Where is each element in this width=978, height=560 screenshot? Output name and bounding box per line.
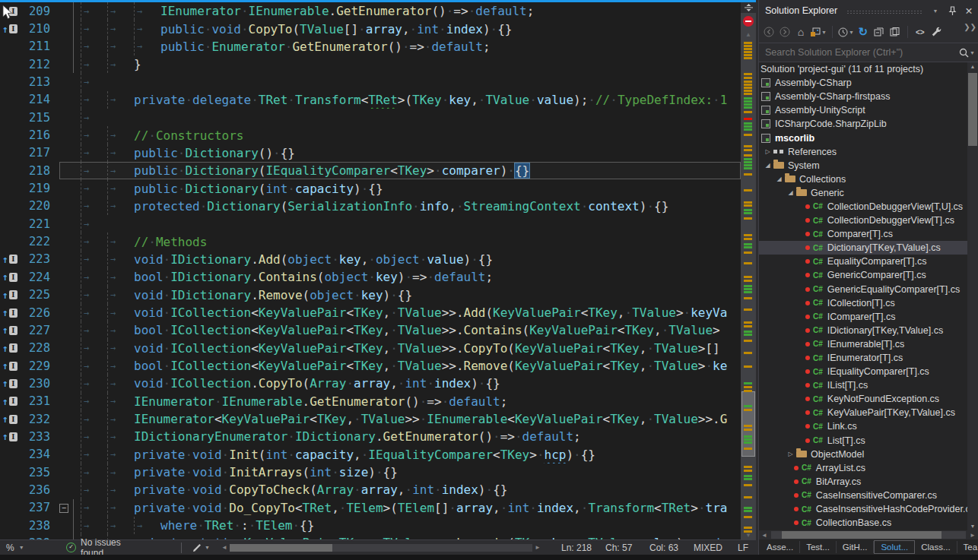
tree-item[interactable]: Solution 'project-gui' (11 of 11 project… [759,62,967,76]
scrollbar-track[interactable] [771,531,966,539]
code-line-218[interactable]: 218→→public·Dictionary(IEqualityComparer… [0,162,741,179]
editor-horizontal-scrollbar[interactable]: ◄ ► [219,544,543,552]
line-number[interactable]: 221 [20,217,58,231]
fold-margin[interactable]: − [58,499,73,517]
tree-item[interactable]: C#IList[T].cs [759,378,967,392]
code-line-223[interactable]: ↑I223→→void·IDictionary.Add(object·key,·… [0,251,741,268]
interface-implementation-icon[interactable]: ↑I [0,340,20,357]
scrollbar-thumb[interactable] [230,544,332,552]
code-line-224[interactable]: ↑I224→→bool·IDictionary.Contains(object·… [0,268,741,286]
code-text[interactable]: →→public·Dictionary(IEqualityComparer<TK… [73,162,741,179]
tree-item[interactable]: C#GenericComparer[T].cs [759,268,967,282]
code-line-211[interactable]: 211→→→public·Enumerator·GetEnumerator()·… [0,38,741,55]
panel-tab-test[interactable]: Test... [800,541,837,553]
tree-item[interactable]: C#CollectionBase.cs [759,516,967,530]
line-number[interactable]: 224 [20,271,58,284]
code-text[interactable]: →→IEnumerator·IEnumerable.GetEnumerator(… [73,393,741,410]
interface-implementation-icon[interactable]: ↑I [0,268,20,286]
scrollbar-thumb[interactable] [968,73,977,146]
interface-implementation-icon[interactable]: ↑I [0,428,20,445]
code-line-220[interactable]: 220→→protected·Dictionary(SerializationI… [0,198,741,215]
interface-implementation-icon[interactable]: ↑I [0,251,20,268]
line-number[interactable]: 222 [20,235,58,248]
code-text[interactable]: →→void·IDictionary.Add(object·key,·objec… [73,251,741,268]
code-line-219[interactable]: 219→→public·Dictionary(int·capacity)·{} [0,179,741,197]
tree-item[interactable]: C#CaseInsensitiveComparer.cs [759,489,967,502]
collapse-all-button[interactable] [872,24,886,40]
scrollbar-track[interactable] [230,544,532,552]
chevron-down-icon[interactable]: ▼ [970,50,975,55]
code-text[interactable]: →→→where·TRet·:·TElem·{} [73,517,741,534]
tree-item[interactable]: C#CollectionDebuggerView[T,U].cs [759,200,967,214]
tree-item-selected[interactable]: C#Dictionary[TKey,TValue].cs [759,241,967,255]
editor-vertical-scrollbar[interactable]: ▲ ▼ [741,2,756,539]
line-number[interactable]: 211 [20,40,58,53]
tree-item[interactable]: Assembly-CSharp [759,76,967,90]
panel-tab-asse[interactable]: Asse... [760,541,800,553]
interface-implementation-icon[interactable]: ↑I [0,321,20,339]
status-column[interactable]: Col: 63 [649,543,691,553]
tree-item[interactable]: C#ArrayList.cs [759,461,967,475]
tree-item[interactable]: ◢Generic [759,186,967,200]
tree-horizontal-scrollbar[interactable]: ◄ ► [759,530,978,539]
line-number[interactable]: 212 [20,58,58,71]
scroll-up-arrow[interactable]: ▲ [967,64,978,69]
code-text[interactable]: →→} [73,55,741,73]
interface-implementation-icon[interactable]: ↑I [0,410,20,428]
interface-implementation-icon[interactable]: ↑I [0,2,20,20]
code-text[interactable]: → [73,73,741,90]
zoom-control[interactable]: % ▼ [0,543,34,553]
interface-implementation-icon[interactable]: ↑I [0,393,20,410]
scroll-left-arrow[interactable]: ◄ [759,532,770,539]
tree-item[interactable]: Assembly-CSharp-firstpass [759,90,967,103]
status-eol[interactable]: LF [738,543,753,553]
expander-open-icon[interactable]: ◢ [763,162,773,169]
tree-item[interactable]: C#IEnumerator[T].cs [759,351,967,365]
line-number[interactable]: 234 [20,448,58,461]
code-text[interactable]: →→void·ICollection<KeyValuePair<TKey,·TV… [73,304,741,321]
tree-item[interactable]: Assembly-UnityScript [759,103,967,117]
collapse-region-icon[interactable]: − [59,504,68,513]
code-line-238[interactable]: 238→→→where·TRet·:·TElem·{} [0,517,741,534]
tree-item[interactable]: C#Comparer[T].cs [759,227,967,241]
code-text[interactable]: →→→IEnumerator·IEnumerable.GetEnumerator… [73,2,741,20]
tree-item[interactable]: C#IEnumerable[T].cs [759,337,967,351]
panel-tab-gith[interactable]: GitH... [837,541,875,553]
line-number[interactable]: 220 [20,199,58,213]
code-line-212[interactable]: 212→→} [0,55,741,73]
view-code-icon[interactable]: <> [913,24,927,40]
expander-closed-icon[interactable]: ▷ [763,148,773,155]
interface-implementation-icon[interactable]: ↑I [0,20,20,37]
code-line-221[interactable]: 221→ [0,215,741,233]
tree-item[interactable]: C#IDictionary[TKey,TValue].cs [759,324,967,337]
code-text[interactable]: →→bool·ICollection<KeyValuePair<TKey,·TV… [73,321,741,339]
line-number[interactable]: 231 [20,394,58,408]
code-text[interactable]: →→private·delegate·TRet·Transform<TRet>(… [73,91,741,109]
code-text[interactable]: →→bool·IDictionary.Contains(object·key)·… [73,268,741,286]
panel-tab-tea[interactable]: Tea... [957,541,978,553]
scroll-right-arrow[interactable]: ► [967,532,978,539]
tree-item[interactable]: C#Link.cs [759,419,967,433]
code-line-210[interactable]: ↑I210→→→public·void·CopyTo(TValue[]·arra… [0,20,741,37]
line-number[interactable]: 217 [20,146,58,160]
tree-item[interactable]: C#ICollection[T].cs [759,296,967,310]
code-text[interactable]: →→private·void·CopyToCheck(Array·array,·… [73,481,741,498]
line-number[interactable]: 209 [20,5,58,18]
code-text[interactable]: → [73,109,741,126]
status-encoding[interactable]: MIXED [694,543,735,553]
code-line-236[interactable]: 236→→private·void·CopyToCheck(Array·arra… [0,481,741,498]
line-number[interactable]: 230 [20,377,58,391]
code-line-233[interactable]: ↑I233→→IDictionaryEnumerator·IDictionary… [0,428,741,445]
code-text[interactable]: →→→public·void·CopyTo(TValue[]·array,·in… [73,20,741,37]
tree-item[interactable]: mscorlib [759,131,967,144]
code-text[interactable]: →→//·Constructors [73,126,741,144]
search-input[interactable] [762,47,957,58]
interface-implementation-icon[interactable]: ↑I [0,286,20,304]
switch-views-button[interactable]: ▼ [810,24,827,40]
line-number[interactable]: 216 [20,128,58,142]
editor-lines[interactable]: ↑I209→→→IEnumerator·IEnumerable.GetEnume… [0,2,741,539]
line-number[interactable]: 213 [20,75,58,89]
line-number[interactable]: 226 [20,306,58,320]
solution-explorer-titlebar[interactable]: Solution Explorer ▼ ✕ [759,0,978,21]
tree-item[interactable]: C#BitArray.cs [759,475,967,489]
